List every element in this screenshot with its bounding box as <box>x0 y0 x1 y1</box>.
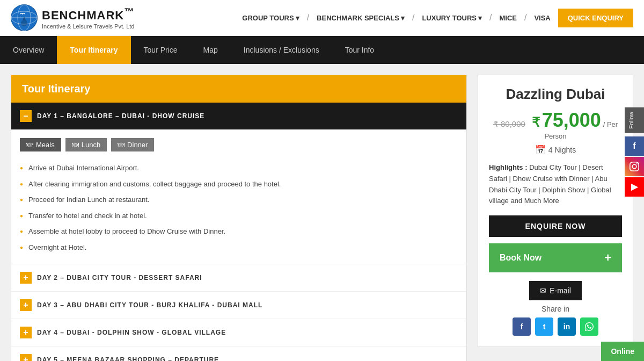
day-5-toggle-icon[interactable]: + <box>20 354 32 361</box>
list-item: Transfer to hotel and check in at hotel. <box>20 208 458 224</box>
itinerary-section: Tour Itinerary – DAY 1 – BANGALORE – DUB… <box>11 75 467 361</box>
brand-name: BENCHMARK™ <box>42 6 135 23</box>
nav-luxury-tours[interactable]: LUXURY TOURS ▾ <box>416 11 487 25</box>
day-2-item: + DAY 2 – DUBAI CITY TOUR - DESSERT SAFA… <box>11 264 466 292</box>
day-3-item: + DAY 3 – ABU DHABI CITY TOUR - BURJ KHA… <box>11 292 466 319</box>
nav-separator: / <box>524 13 526 23</box>
nav-benchmark-specials[interactable]: BENCHMARK SPECIALS ▾ <box>311 11 410 25</box>
calendar-icon: 📅 <box>535 145 546 155</box>
follow-sidebar: Follow f ▶ <box>625 107 644 197</box>
email-button[interactable]: ✉ E-mail <box>529 281 582 300</box>
nav-group-tours[interactable]: GROUP TOURS ▾ <box>237 11 304 25</box>
current-price: 75,000 <box>542 109 601 131</box>
lunch-icon: 🍽 <box>72 141 79 149</box>
rupee-symbol: ₹ <box>532 115 540 129</box>
day-3-toggle-icon[interactable]: + <box>20 299 32 311</box>
day-3-header[interactable]: + DAY 3 – ABU DHABI CITY TOUR - BURJ KHA… <box>11 292 466 319</box>
social-row: f t in <box>489 317 622 336</box>
main-content: Tour Itinerary – DAY 1 – BANGALORE – DUB… <box>0 64 644 361</box>
list-item: Proceed for Indian Lunch at restaurant. <box>20 192 458 208</box>
nav-mice[interactable]: MICE <box>494 11 522 25</box>
day-2-header[interactable]: + DAY 2 – DUBAI CITY TOUR - DESSERT SAFA… <box>11 264 466 291</box>
book-now-label: Book Now <box>500 253 541 263</box>
day-3-label: DAY 3 – ABU DHABI CITY TOUR - BURJ KHALI… <box>37 301 262 309</box>
price-row: ₹ 80,000 ₹ 75,000 / Per Person <box>489 109 622 140</box>
meals-icon: 🍽 <box>26 141 33 149</box>
itinerary-activities: Arrive at Dubai International Airport. A… <box>20 160 458 255</box>
sub-nav: Overview Tour Itinerary Tour Price Map I… <box>0 36 644 64</box>
tab-tour-info[interactable]: Tour Info <box>332 36 387 64</box>
list-item: Arrive at Dubai International Airport. <box>20 160 458 176</box>
day-1-item: – DAY 1 – BANGALORE – DUBAI - DHOW CRUIS… <box>11 103 466 264</box>
online-label: Online <box>611 347 634 356</box>
logo: BENCHMARK™ Incentive & Leisure Travels P… <box>11 4 135 31</box>
itinerary-title: Tour Itinerary <box>11 75 466 103</box>
online-badge: Online <box>601 342 644 361</box>
chevron-down-icon: ▾ <box>296 14 299 22</box>
meal-tag-meals: 🍽 Meals <box>20 138 61 151</box>
day-4-item: + DAY 4 – DUBAI - DOLPHIN SHOW - GLOBAL … <box>11 319 466 346</box>
svg-point-4 <box>21 20 27 26</box>
nav-separator: / <box>489 13 492 23</box>
chevron-down-icon: ▾ <box>478 14 482 22</box>
original-price: ₹ 80,000 <box>493 119 525 128</box>
twitter-share-button[interactable]: t <box>535 317 553 336</box>
highlights-section: Highlights : Dubai City Tour | Desert Sa… <box>489 162 622 207</box>
youtube-follow-button[interactable]: ▶ <box>625 177 644 197</box>
day-4-toggle-icon[interactable]: + <box>20 327 32 338</box>
facebook-share-button[interactable]: f <box>513 317 531 336</box>
follow-label: Follow <box>625 107 644 133</box>
logo-text: BENCHMARK™ Incentive & Leisure Travels P… <box>42 6 135 29</box>
book-now-button[interactable]: Book Now + <box>489 243 622 272</box>
highlights-label: Highlights : <box>489 163 528 171</box>
list-item: Overnight at Hotel. <box>20 240 458 256</box>
left-panel: Tour Itinerary – DAY 1 – BANGALORE – DUB… <box>11 75 467 361</box>
facebook-follow-button[interactable]: f <box>625 136 644 156</box>
list-item: After clearing immigration and customs, … <box>20 176 458 192</box>
chevron-down-icon: ▾ <box>401 14 405 22</box>
list-item: Assemble at hotel lobby to proceed to Dh… <box>20 223 458 240</box>
quick-enquiry-button[interactable]: QUICK ENQUIRY <box>558 9 633 27</box>
logo-tagline: Incentive & Leisure Travels Pvt. Ltd <box>42 23 135 30</box>
day-5-item: + DAY 5 – MEENA BAZAAR SHOPPING – DEPART… <box>11 346 466 361</box>
day-1-content: 🍽 Meals 🍽 Lunch 🍽 Dinner Arr <box>11 129 466 264</box>
dinner-icon: 🍽 <box>118 141 125 149</box>
day-4-header[interactable]: + DAY 4 – DUBAI - DOLPHIN SHOW - GLOBAL … <box>11 319 466 346</box>
share-section: ✉ E-mail Share in f t in <box>489 281 622 336</box>
day-1-toggle-icon[interactable]: – <box>20 110 32 122</box>
nav-visa[interactable]: VISA <box>529 11 555 25</box>
day-2-toggle-icon[interactable]: + <box>20 272 32 284</box>
tab-tour-price[interactable]: Tour Price <box>131 36 191 64</box>
nav-separator: / <box>307 13 309 23</box>
enquire-now-button[interactable]: ENQUIRE NOW <box>489 215 622 237</box>
plus-icon: + <box>604 251 611 265</box>
tour-card: Dazzling Dubai ₹ 80,000 ₹ 75,000 / Per P… <box>478 75 633 347</box>
nights-row: 📅 4 Nights <box>489 145 622 155</box>
day-1-header[interactable]: – DAY 1 – BANGALORE – DUBAI - DHOW CRUIS… <box>11 103 466 129</box>
meal-tag-dinner: 🍽 Dinner <box>111 138 154 151</box>
meal-tag-lunch: 🍽 Lunch <box>65 138 107 151</box>
right-panel: Dazzling Dubai ₹ 80,000 ₹ 75,000 / Per P… <box>478 75 633 361</box>
whatsapp-share-button[interactable] <box>580 317 598 336</box>
logo-globe-icon <box>11 4 38 31</box>
trademark: ™ <box>124 6 134 17</box>
day-5-label: DAY 5 – MEENA BAZAAR SHOPPING – DEPARTUR… <box>37 356 219 361</box>
tab-inclusions-exclusions[interactable]: Inclusions / Exclusions <box>231 36 332 64</box>
tour-name: Dazzling Dubai <box>489 86 622 103</box>
nav-separator: / <box>412 13 414 23</box>
day-5-header[interactable]: + DAY 5 – MEENA BAZAAR SHOPPING – DEPART… <box>11 346 466 361</box>
day-2-label: DAY 2 – DUBAI CITY TOUR - DESSERT SAFARI <box>37 274 202 281</box>
main-nav: GROUP TOURS ▾ / BENCHMARK SPECIALS ▾ / L… <box>237 9 633 27</box>
nights-label: 4 Nights <box>548 146 576 154</box>
linkedin-share-button[interactable]: in <box>558 317 576 336</box>
header: BENCHMARK™ Incentive & Leisure Travels P… <box>0 0 644 36</box>
meal-tags: 🍽 Meals 🍽 Lunch 🍽 Dinner <box>20 138 458 151</box>
day-1-label: DAY 1 – BANGALORE – DUBAI - DHOW CRUISE <box>37 112 204 120</box>
day-4-label: DAY 4 – DUBAI - DOLPHIN SHOW - GLOBAL VI… <box>37 329 226 336</box>
tab-map[interactable]: Map <box>191 36 231 64</box>
instagram-follow-button[interactable] <box>625 157 644 176</box>
tab-tour-itinerary[interactable]: Tour Itinerary <box>57 36 130 64</box>
share-label: Share in <box>489 305 622 313</box>
email-icon: ✉ <box>540 286 546 295</box>
tab-overview[interactable]: Overview <box>0 36 57 64</box>
